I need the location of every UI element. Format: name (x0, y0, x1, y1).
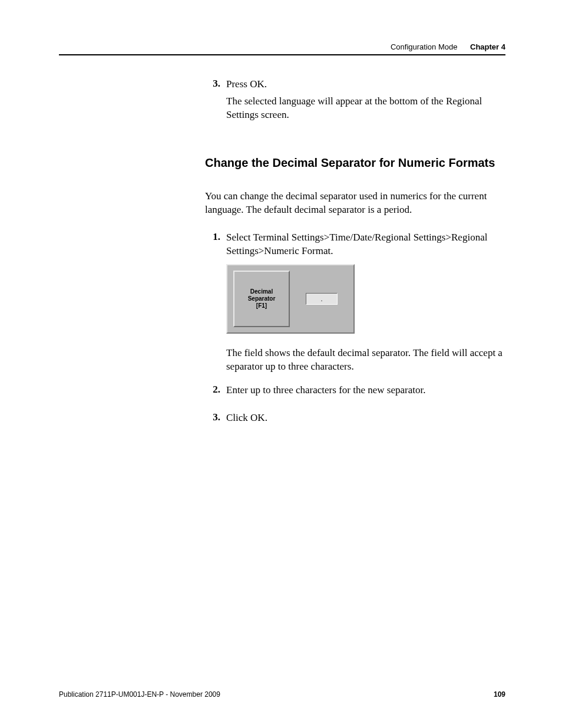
publication-info: Publication 2711P-UM001J-EN-P - November… (59, 690, 220, 699)
running-header: Configuration Mode Chapter 4 (391, 42, 505, 51)
step-1: 1. Select Terminal Settings>Time/Date/Re… (205, 231, 505, 258)
step-2: 2. Enter up to three characters for the … (205, 384, 505, 397)
header-rule (59, 54, 505, 55)
step-text: Select Terminal Settings>Time/Date/Regio… (226, 231, 505, 258)
intro-paragraph: You can change the decimal separator use… (205, 190, 505, 217)
step-3: 3. Click OK. (205, 411, 505, 425)
decimal-separator-input[interactable]: . (306, 293, 338, 305)
section-name: Configuration Mode (391, 42, 457, 51)
decimal-separator-button[interactable]: Decimal Separator [F1] (233, 271, 290, 327)
button-line3: [F1] (234, 302, 289, 309)
section-heading: Change the Decimal Separator for Numeric… (205, 156, 505, 170)
step-number: 3. (205, 78, 220, 91)
step-number: 2. (205, 384, 220, 397)
decimal-separator-panel: Decimal Separator [F1] . (226, 264, 355, 334)
button-line1: Decimal (234, 288, 289, 295)
field-wrap: . (290, 293, 353, 305)
step-followup: The selected language will appear at the… (226, 95, 505, 122)
page-number: 109 (494, 690, 505, 699)
step-text: Press OK. (226, 78, 505, 91)
step-number: 3. (205, 411, 220, 425)
main-content: 3. Press OK. The selected language will … (205, 78, 505, 429)
step-text: Click OK. (226, 411, 505, 425)
step-number: 1. (205, 231, 220, 258)
chapter-label: Chapter 4 (470, 42, 505, 51)
step-text: Enter up to three characters for the new… (226, 384, 505, 397)
step-3-press-ok: 3. Press OK. (205, 78, 505, 91)
button-line2: Separator (234, 295, 289, 302)
page-footer: Publication 2711P-UM001J-EN-P - November… (59, 690, 505, 699)
step1-followup: The field shows the default decimal sepa… (226, 347, 505, 374)
